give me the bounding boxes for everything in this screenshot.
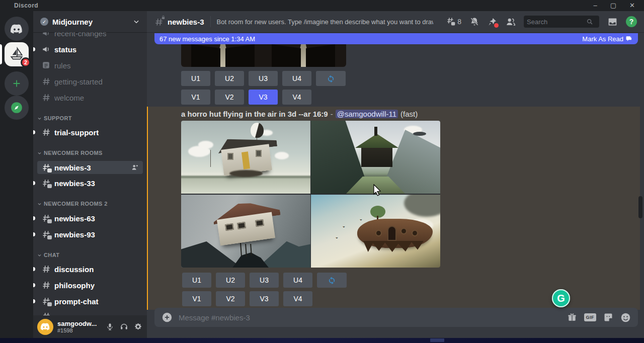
message-input[interactable] [179,313,567,322]
chat-scrollbar-thumb[interactable] [638,196,642,218]
message-check-icon [626,36,633,42]
u3-button[interactable]: U3 [250,273,279,288]
category-label: NEWCOMER ROOMS 2 [44,201,108,207]
channel-trial-support[interactable]: trial-support [37,126,143,139]
unread-pip [33,232,35,236]
quad-image-bottom-right[interactable]: ⌄ ⌄ ⌄ [311,195,440,268]
u2-button[interactable]: U2 [215,71,244,86]
channel-recent-changes[interactable]: recent-changes [37,32,143,40]
taskbar-edge [0,338,644,343]
emoji-picker-button[interactable] [620,312,631,323]
gif-picker-button[interactable]: GIF [584,313,597,321]
channel-welcome[interactable]: welcome [37,91,143,104]
gift-icon [567,312,577,322]
grammarly-button[interactable]: G [552,289,570,307]
discord-logo-icon [40,323,50,330]
channel-getting-started[interactable]: getting-started [37,75,143,88]
hash-icon [41,93,51,103]
u4-button[interactable]: U4 [283,273,312,288]
v4-button[interactable]: V4 [282,90,311,105]
server-icon-midjourney[interactable]: 2 [5,42,29,66]
pinned-messages-button[interactable] [488,17,497,27]
channel-newbies-3[interactable]: newbies-3 [37,161,143,174]
u1-button[interactable]: U1 [182,273,211,288]
u3-button[interactable]: U3 [249,71,278,86]
pin-alert-dot [494,23,499,28]
channel-label: getting-started [54,77,103,86]
channel-topic[interactable]: Bot room for new users. Type /imagine th… [217,18,433,26]
mentioned-message: a horro hut flying in the air in 3d --ar… [147,107,640,310]
u4-button[interactable]: U4 [282,71,311,86]
close-icon[interactable]: ✕ [629,0,635,11]
user-settings-button[interactable] [133,322,143,332]
user-info[interactable]: samgoodw... #1598 [57,320,105,334]
channel-status[interactable]: status [37,43,143,56]
channel-rules[interactable]: rules [37,59,143,72]
category-newcomer-rooms-2[interactable]: NEWCOMER ROOMS 2 [37,200,143,207]
user-mention[interactable]: @samgoodwill-11 [336,110,398,118]
add-server-button[interactable] [5,71,29,96]
mute-mic-button[interactable] [105,322,115,332]
v2-button[interactable]: V2 [215,90,244,105]
server-header[interactable]: ✓ Midjourney [33,11,147,32]
generated-image-grid[interactable]: ⌄ ⌄ ⌄ [181,121,440,268]
new-messages-banner[interactable]: 67 new messages since 1:34 AM Mark As Re… [154,33,638,44]
hash-icon [41,280,51,290]
channel-prompt-chat[interactable]: prompt-chat [37,295,143,308]
category-chat[interactable]: CHAT [37,251,143,259]
search-icon [586,18,593,25]
channel-label: recent-changes [54,32,106,38]
refresh-icon [328,276,336,285]
v1-button[interactable]: V1 [181,90,210,105]
attach-file-button[interactable] [162,312,173,323]
v3-button[interactable]: V3 [250,291,279,306]
server-name: Midjourney [52,18,133,26]
discord-home-button[interactable] [5,17,29,41]
variation-button-row-msg1: V1 V2 V3 V4 [181,90,311,105]
username: samgoodw... [57,320,105,327]
quad-image-top-left[interactable] [181,121,310,194]
user-avatar[interactable] [37,319,53,335]
v4-button[interactable]: V4 [283,291,312,306]
reroll-button[interactable] [317,273,347,288]
upscale-button-row-msg1: U1 U2 U3 U4 [181,71,346,86]
threads-button[interactable]: 8 [446,17,461,27]
create-invite-icon[interactable] [131,163,139,172]
user-panel: samgoodw... #1598 [33,315,147,338]
channel-partial-clipped[interactable] [37,310,143,315]
generated-image-previous[interactable] [181,44,346,67]
inbox-button[interactable] [607,17,618,27]
minimize-icon[interactable]: – [594,0,597,11]
reroll-button[interactable] [316,71,346,86]
header-divider [210,16,211,27]
help-button[interactable]: ? [626,16,637,27]
channel-discussion[interactable]: discussion [37,263,143,276]
channel-philosophy[interactable]: philosophy [37,279,143,292]
u1-button[interactable]: U1 [181,71,210,86]
u2-button[interactable]: U2 [216,273,245,288]
sticker-picker-button[interactable] [603,312,613,322]
gear-icon [134,322,142,331]
channel-newbies-93[interactable]: newbies-93 [37,228,143,241]
gif-icon: GIF [584,313,597,321]
v2-button[interactable]: V2 [216,291,245,306]
channel-newbies-63[interactable]: newbies-63 [37,212,143,225]
channel-newbies-33[interactable]: newbies-33 [37,177,143,190]
quad-image-top-right[interactable] [311,121,440,194]
quad-image-bottom-left[interactable] [181,195,310,268]
category-newcomer-rooms[interactable]: NEWCOMER ROOMS [37,149,143,156]
explore-servers-button[interactable] [5,96,29,120]
balloon [251,123,264,138]
search-input[interactable] [527,18,586,26]
maximize-icon[interactable]: ▢ [610,0,616,11]
category-support[interactable]: SUPPORT [37,115,143,122]
discord-logo-icon [10,24,23,34]
notifications-muted-button[interactable] [469,17,479,27]
gift-button[interactable] [567,312,577,322]
v1-button[interactable]: V1 [182,291,211,306]
deafen-button[interactable] [119,322,129,332]
v3-button-active[interactable]: V3 [249,90,278,105]
suit-figure [271,44,336,67]
mark-as-read-button[interactable]: Mark As Read [582,35,633,43]
member-list-button[interactable] [505,17,516,27]
